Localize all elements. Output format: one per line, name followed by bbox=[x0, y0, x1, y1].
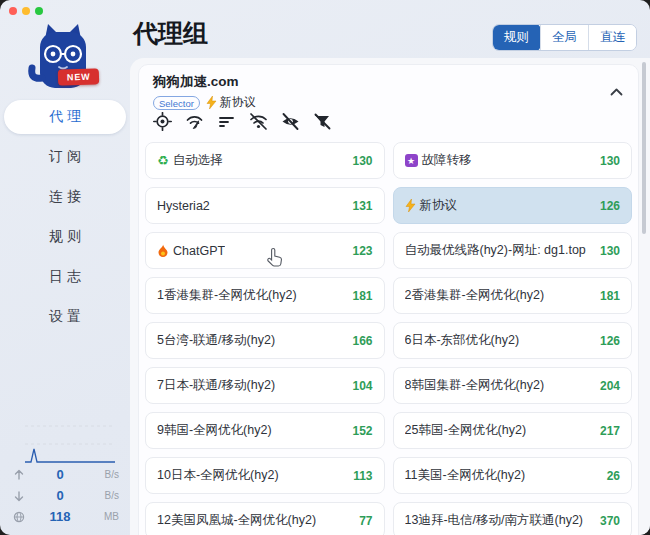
proxy-name: 自动最优线路(hy2)-网址: dg1.top bbox=[405, 242, 586, 259]
proxy-delay: 152 bbox=[352, 424, 372, 438]
proxy-name: 10日本-全网优化(hy2) bbox=[157, 467, 279, 484]
current-proxy-label: 新协议 bbox=[206, 94, 256, 111]
proxy-card[interactable]: 5台湾-联通/移动(hy2) 166 bbox=[145, 322, 385, 359]
traffic-sparkline bbox=[13, 422, 119, 464]
proxy-card[interactable]: ★故障转移 130 bbox=[393, 142, 633, 179]
proxy-card[interactable]: 13迪拜-电信/移动/南方联通(hy2) 370 bbox=[393, 502, 633, 535]
total-value: 118 bbox=[31, 509, 89, 524]
proxy-card[interactable]: 9韩国-全网优化(hy2) 152 bbox=[145, 412, 385, 449]
proxy-card[interactable]: 1香港集群-全网优化(hy2) 181 bbox=[145, 277, 385, 314]
mode-global-button[interactable]: 全局 bbox=[540, 25, 588, 50]
sidebar-item-subscription[interactable]: 订 阅 bbox=[0, 137, 130, 177]
main-panel: 狗狗加速.com Selector 新协议 bbox=[130, 58, 650, 535]
app-window: NEW 代 理 订 阅 连 接 规 则 日 志 设 置 0 B/s bbox=[0, 0, 650, 535]
proxy-delay: 104 bbox=[352, 379, 372, 393]
sidebar: NEW 代 理 订 阅 连 接 规 则 日 志 设 置 0 B/s bbox=[0, 0, 130, 535]
proxy-name: 新协议 bbox=[420, 197, 458, 214]
proxy-delay: 130 bbox=[352, 154, 372, 168]
scrollbar-thumb[interactable] bbox=[642, 62, 646, 234]
proxy-name: 7日本-联通/移动(hy2) bbox=[157, 377, 275, 394]
proxy-name: 8韩国集群-全网优化(hy2) bbox=[405, 377, 545, 394]
download-stat: 0 B/s bbox=[13, 485, 119, 506]
upload-value: 0 bbox=[31, 467, 89, 482]
proxy-name: 9韩国-全网优化(hy2) bbox=[157, 422, 272, 439]
traffic-stats: 0 B/s 0 B/s 118 MB bbox=[13, 422, 119, 527]
selector-type-badge: Selector bbox=[153, 96, 200, 110]
eye-off-icon[interactable] bbox=[281, 112, 300, 131]
mode-direct-button[interactable]: 直连 bbox=[588, 25, 636, 50]
upload-unit: B/s bbox=[89, 469, 119, 480]
proxy-name: 5台湾-联通/移动(hy2) bbox=[157, 332, 275, 349]
proxy-card[interactable]: 11美国-全网优化(hy2) 26 bbox=[393, 457, 633, 494]
proxy-delay: 126 bbox=[600, 334, 620, 348]
proxy-delay: 130 bbox=[600, 154, 620, 168]
arrow-down-icon bbox=[13, 490, 31, 502]
sidebar-item-rules[interactable]: 规 则 bbox=[0, 217, 130, 257]
proxy-card[interactable]: 8韩国集群-全网优化(hy2) 204 bbox=[393, 367, 633, 404]
proxy-card[interactable]: 7日本-联通/移动(hy2) 104 bbox=[145, 367, 385, 404]
total-unit: MB bbox=[89, 511, 119, 522]
total-stat: 118 MB bbox=[13, 506, 119, 527]
proxy-card-selected[interactable]: 新协议 126 bbox=[393, 187, 633, 224]
speedtest-icon[interactable] bbox=[185, 112, 204, 131]
proxy-name: 12美国凤凰城-全网优化(hy2) bbox=[157, 512, 316, 529]
mode-switcher: 规则 全局 直连 bbox=[492, 24, 637, 51]
proxy-name: 13迪拜-电信/移动/南方联通(hy2) bbox=[405, 512, 584, 529]
sidebar-item-logs[interactable]: 日 志 bbox=[0, 257, 130, 297]
group-name: 狗狗加速.com bbox=[153, 73, 624, 91]
proxy-delay: 130 bbox=[600, 244, 620, 258]
proxy-delay: 370 bbox=[600, 514, 620, 528]
fire-icon bbox=[157, 244, 169, 258]
proxy-delay: 166 bbox=[352, 334, 372, 348]
download-unit: B/s bbox=[89, 490, 119, 501]
proxy-delay: 204 bbox=[600, 379, 620, 393]
proxy-delay: 123 bbox=[352, 244, 372, 258]
group-toolbar bbox=[153, 112, 332, 131]
proxy-card[interactable]: ♻自动选择 130 bbox=[145, 142, 385, 179]
proxy-delay: 181 bbox=[600, 289, 620, 303]
close-button[interactable] bbox=[9, 7, 17, 15]
proxy-name: 故障转移 bbox=[422, 152, 472, 169]
failover-icon: ★ bbox=[405, 154, 418, 167]
proxy-name: 2香港集群-全网优化(hy2) bbox=[405, 287, 545, 304]
recycle-icon: ♻ bbox=[157, 153, 169, 168]
wifi-off-icon[interactable] bbox=[249, 112, 268, 131]
proxy-card[interactable]: 12美国凤凰城-全网优化(hy2) 77 bbox=[145, 502, 385, 535]
sidebar-item-connections[interactable]: 连 接 bbox=[0, 177, 130, 217]
proxy-card[interactable]: ChatGPT 123 bbox=[145, 232, 385, 269]
proxy-name: 11美国-全网优化(hy2) bbox=[405, 467, 526, 484]
filter-off-icon[interactable] bbox=[313, 112, 332, 131]
lightning-icon bbox=[405, 199, 416, 212]
proxy-delay: 77 bbox=[359, 514, 372, 528]
proxy-delay: 126 bbox=[600, 199, 620, 213]
proxy-card[interactable]: 2香港集群-全网优化(hy2) 181 bbox=[393, 277, 633, 314]
proxy-name: Hysteria2 bbox=[157, 199, 210, 213]
minimize-button[interactable] bbox=[22, 7, 30, 15]
proxy-card[interactable]: 25韩国-全网优化(hy2) 217 bbox=[393, 412, 633, 449]
sidebar-item-settings[interactable]: 设 置 bbox=[0, 297, 130, 337]
proxy-delay: 181 bbox=[352, 289, 372, 303]
upload-stat: 0 B/s bbox=[13, 464, 119, 485]
proxy-card[interactable]: 自动最优线路(hy2)-网址: dg1.top 130 bbox=[393, 232, 633, 269]
lightning-icon bbox=[206, 96, 217, 109]
mode-rule-button[interactable]: 规则 bbox=[492, 24, 541, 51]
arrow-up-icon bbox=[13, 469, 31, 481]
proxy-card[interactable]: Hysteria2 131 bbox=[145, 187, 385, 224]
sidebar-item-proxy[interactable]: 代 理 bbox=[4, 100, 126, 134]
proxy-delay: 113 bbox=[353, 469, 372, 483]
proxy-name: 25韩国-全网优化(hy2) bbox=[405, 422, 527, 439]
page-title: 代理组 bbox=[133, 17, 208, 50]
sort-icon[interactable] bbox=[217, 112, 236, 131]
window-controls bbox=[9, 7, 43, 15]
proxy-card[interactable]: 6日本-东部优化(hy2) 126 bbox=[393, 322, 633, 359]
group-header[interactable]: 狗狗加速.com Selector 新协议 bbox=[139, 65, 638, 111]
proxy-card[interactable]: 10日本-全网优化(hy2) 113 bbox=[145, 457, 385, 494]
download-value: 0 bbox=[31, 488, 89, 503]
proxy-list: ♻自动选择 130 ★故障转移 130 Hysteria2 131 新协议 12… bbox=[145, 142, 632, 535]
proxy-name: ChatGPT bbox=[173, 244, 225, 258]
locate-icon[interactable] bbox=[153, 112, 172, 131]
proxy-name: 1香港集群-全网优化(hy2) bbox=[157, 287, 297, 304]
chevron-up-icon[interactable] bbox=[610, 82, 623, 100]
proxy-name: 6日本-东部优化(hy2) bbox=[405, 332, 520, 349]
zoom-button[interactable] bbox=[35, 7, 43, 15]
